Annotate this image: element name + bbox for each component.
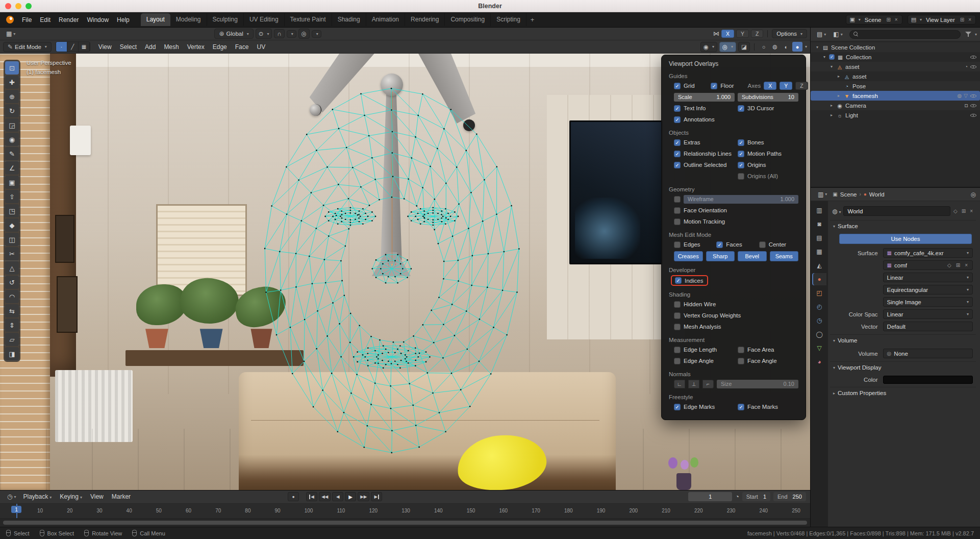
pin-icon[interactable]: ◎ <box>971 191 976 198</box>
projection-dropdown[interactable]: Equirectangular▾ <box>883 285 973 295</box>
world-name-field[interactable]: World <box>843 206 951 216</box>
tool-bevel[interactable]: ◆ <box>5 218 19 232</box>
image-source-dropdown[interactable]: Single Image▾ <box>883 297 973 307</box>
timeline-menu-playback[interactable]: Playback▾ <box>19 492 56 502</box>
outliner-editor-type-button[interactable]: ▤▾ <box>814 30 829 38</box>
collection-checkbox[interactable] <box>829 54 835 60</box>
tab-render[interactable]: ◙ <box>812 218 826 230</box>
outliner-row-camera[interactable]: ▸ ◉ Camera ◘ <box>811 101 980 110</box>
topbar-menu-item[interactable]: Window <box>83 15 113 25</box>
workspace-tab-texture-paint[interactable]: Texture Paint <box>285 13 332 26</box>
play-button[interactable]: ▶ <box>345 492 356 501</box>
new-world-button[interactable]: ⊞ <box>961 208 967 214</box>
snap-toggle[interactable]: ∩ <box>274 29 284 38</box>
shading-settings-dropdown[interactable]: ▾ <box>805 44 807 49</box>
new-scene-button[interactable]: ⊞ <box>885 17 891 22</box>
origins-checkbox[interactable] <box>738 162 744 168</box>
image-copy-button[interactable]: ⊞ <box>955 262 961 268</box>
proportional-editing-toggle[interactable]: ◎ <box>298 29 310 39</box>
viewport-menu-item[interactable]: Vertex <box>183 42 209 52</box>
new-view-layer-button[interactable]: ⊞ <box>959 17 965 22</box>
annotations-checkbox[interactable] <box>674 116 681 123</box>
tool-loop-cut[interactable]: ◫ <box>5 233 19 246</box>
current-frame-field[interactable]: 1 <box>688 492 732 501</box>
tool-transform[interactable]: ◉ <box>5 133 19 146</box>
edge-select-mode-button[interactable]: ╱ <box>67 42 79 52</box>
outliner-row-pose[interactable]: ◔ Pose <box>811 81 980 91</box>
expand-icon[interactable]: ▾ <box>815 45 820 50</box>
timeline-menu-keying[interactable]: Keying▾ <box>56 492 86 502</box>
expand-icon[interactable]: ▸ <box>836 93 841 98</box>
tool-smooth[interactable]: ◠ <box>5 290 19 303</box>
tool-knife[interactable]: ✂ <box>5 247 19 260</box>
scrollbar-thumb[interactable] <box>3 521 807 525</box>
hide-in-viewport-eye-icon[interactable] <box>970 54 977 60</box>
seams-toggle-button[interactable]: Seams <box>770 251 799 261</box>
mirror-x-toggle[interactable]: X <box>721 30 734 38</box>
workspace-tab-animation[interactable]: Animation <box>366 13 405 26</box>
tool-add-cube[interactable]: ▣ <box>5 176 19 189</box>
rendered-shading-button[interactable]: ● <box>792 42 802 52</box>
grid-scale-slider[interactable]: Scale1.000 <box>674 93 735 102</box>
topbar-menu-item[interactable]: Edit <box>36 15 55 25</box>
material-preview-button[interactable]: ◐ <box>781 42 791 52</box>
expand-icon[interactable]: ▸ <box>836 74 841 79</box>
extras-checkbox[interactable] <box>674 139 681 146</box>
tool-measure[interactable]: ∠ <box>5 161 19 175</box>
workspace-tab-sculpting[interactable]: Sculpting <box>207 13 244 26</box>
show-overlays-dropdown[interactable]: ◎▾ <box>719 42 736 52</box>
breadcrumb-world[interactable]: World <box>869 191 885 198</box>
hide-in-viewport-eye-icon[interactable] <box>970 92 977 99</box>
expand-icon[interactable]: ▸ <box>829 103 834 108</box>
show-gizmo-dropdown[interactable]: ◉▾ <box>700 42 717 52</box>
relationship-lines-checkbox[interactable] <box>674 151 681 157</box>
play-reverse-button[interactable]: ◀ <box>332 492 343 501</box>
topbar-menu-item[interactable]: Render <box>55 15 83 25</box>
outliner-row-asset-object[interactable]: ▾ ◬ asset ◔ <box>811 62 980 71</box>
workspace-tab-layout[interactable]: Layout <box>141 13 170 26</box>
viewport-menu-item[interactable]: View <box>94 42 116 52</box>
grid-checkbox[interactable] <box>674 83 681 89</box>
viewport-color-swatch[interactable] <box>883 376 973 384</box>
tab-constraints[interactable]: ◯ <box>812 328 826 340</box>
proportional-falloff-dropdown[interactable]: ▾ <box>312 30 321 38</box>
workspace-tab-shading[interactable]: Shading <box>332 13 366 26</box>
outliner-row-asset-data[interactable]: ▸ ◬ asset <box>811 71 980 81</box>
world-browse-dropdown[interactable]: ◍▾ <box>832 208 841 215</box>
wireframe-slider[interactable]: Wireframe1.000 <box>684 195 798 204</box>
wireframe-shading-button[interactable]: ○ <box>759 42 769 52</box>
next-keyframe-button[interactable]: ▶▶ <box>358 492 369 501</box>
hide-in-viewport-eye-icon[interactable] <box>970 102 977 109</box>
interpolation-dropdown[interactable]: Linear▾ <box>883 273 973 282</box>
workspace-tab-compositing[interactable]: Compositing <box>445 13 491 26</box>
bones-checkbox[interactable] <box>738 139 744 146</box>
workspace-tab-scripting[interactable]: Scripting <box>491 13 526 26</box>
solid-shading-button[interactable]: ◍ <box>770 42 780 52</box>
xray-toggle[interactable]: ◪ <box>738 42 750 52</box>
hidden-wire-checkbox[interactable] <box>674 301 681 308</box>
properties-editor-type-button[interactable]: ▥▾ <box>815 190 830 199</box>
outliner-search-input[interactable] <box>861 31 957 37</box>
viewport-menu-item[interactable]: Mesh <box>160 42 183 52</box>
volume-shader-dropdown[interactable]: ◎None <box>883 349 973 358</box>
filter-dropdown[interactable]: ▾ <box>975 32 977 37</box>
use-nodes-button[interactable]: Use Nodes <box>839 234 972 244</box>
tab-physics[interactable]: ◷ <box>812 314 826 327</box>
tool-edge-slide[interactable]: ⇆ <box>5 304 19 317</box>
preview-range-clock-icon[interactable]: ◔ <box>735 493 739 500</box>
snap-settings-dropdown[interactable]: ▾ <box>287 30 296 38</box>
image-fake-user-button[interactable]: ◇ <box>946 262 952 268</box>
view-layer-dropdown-icon[interactable]: ▾ <box>920 17 922 22</box>
jump-to-end-button[interactable]: ▶ <box>371 492 382 501</box>
timeline-editor-type-button[interactable]: ◷▾ <box>4 493 19 501</box>
tool-move[interactable]: ⊕ <box>5 90 19 103</box>
vertex-normals-button[interactable]: ∟ <box>674 380 685 388</box>
hide-in-viewport-eye-icon[interactable] <box>970 112 977 118</box>
wireframe-checkbox[interactable] <box>674 196 681 203</box>
color-space-dropdown[interactable]: Linear▾ <box>883 309 973 319</box>
text-info-checkbox[interactable] <box>674 105 681 112</box>
workspace-tab-rendering[interactable]: Rendering <box>405 13 445 26</box>
tab-material[interactable]: ◕ <box>812 356 826 368</box>
mesh-analysis-checkbox[interactable] <box>674 324 681 330</box>
outliner-row-collection[interactable]: ▾ ▦ Collection <box>811 52 980 62</box>
